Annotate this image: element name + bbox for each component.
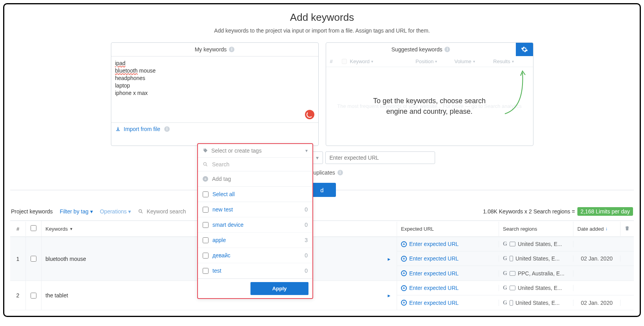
info-icon[interactable]: i	[337, 170, 343, 175]
tag-checkbox[interactable]	[203, 237, 209, 243]
col-checkbox[interactable]	[26, 221, 42, 237]
device-icon	[510, 242, 515, 246]
add-tag-label: Add tag	[212, 176, 231, 182]
google-icon: G	[503, 241, 507, 247]
sort-down-icon: ↓	[605, 226, 608, 231]
expand-arrow-icon[interactable]: ▸	[388, 256, 390, 262]
search-region-cell: GUnited States, E...	[499, 255, 573, 262]
keywords-textarea[interactable]: ipadbluetooth mouseheadphoneslaptopiphon…	[111, 56, 318, 122]
date-cell: 02 Jan. 2020	[573, 255, 620, 262]
grammarly-icon[interactable]	[305, 110, 314, 119]
tag-label: девайс	[212, 252, 230, 259]
tags-dropdown-header[interactable]: Select or create tags ▾	[198, 144, 312, 158]
tags-search-row[interactable]: Search	[198, 158, 312, 171]
row-num: 1	[10, 237, 26, 280]
col-delete[interactable]	[620, 221, 634, 237]
plus-icon: +	[401, 270, 407, 276]
select-all-checkbox[interactable]	[203, 191, 209, 197]
col-position[interactable]: Position▾	[415, 58, 451, 64]
enter-expected-url-button[interactable]: +Enter expected URL	[397, 270, 499, 277]
enter-expected-url-button[interactable]: +Enter expected URL	[397, 241, 499, 247]
info-icon[interactable]: i	[444, 47, 450, 52]
select-all-row[interactable]: Select all	[198, 187, 312, 202]
tag-count: 0	[305, 206, 308, 213]
limits-badge: 2,168 Limits per day	[577, 207, 633, 216]
plus-icon: +	[401, 241, 407, 247]
row-checkbox[interactable]	[31, 293, 36, 299]
search-region-cell: GUnited States, E...	[499, 300, 573, 306]
google-icon: G	[503, 270, 507, 277]
tag-label: test	[212, 268, 221, 274]
tag-checkbox[interactable]	[203, 268, 209, 274]
operations-button[interactable]: Operations ▾	[100, 208, 131, 215]
tag-option[interactable]: девайс0	[198, 248, 312, 263]
enter-expected-url-button[interactable]: +Enter expected URL	[397, 285, 499, 291]
row-checkbox-cell[interactable]	[26, 237, 42, 280]
enter-url-label: Enter expected URL	[409, 255, 459, 262]
tag-option[interactable]: test0	[198, 263, 312, 279]
filter-by-tag-button[interactable]: Filter by tag ▾	[60, 208, 93, 215]
info-icon[interactable]: i	[164, 126, 170, 132]
my-keywords-header: My keywords i	[111, 43, 318, 56]
google-icon: G	[503, 255, 507, 262]
search-icon	[138, 209, 143, 214]
keyword-text: the tablet	[45, 292, 68, 299]
search-region-cell: GUnited States, E...	[499, 241, 573, 247]
enter-expected-url-button[interactable]: +Enter expected URL	[397, 255, 499, 262]
suggested-select-all[interactable]	[342, 59, 347, 64]
chevron-down-icon: ▾	[128, 208, 131, 215]
enter-expected-url-button[interactable]: +Enter expected URL	[397, 300, 499, 306]
tag-checkbox[interactable]	[203, 222, 209, 228]
sort-icon: ▾	[473, 59, 475, 64]
tags-dropdown: Select or create tags ▾ Search + Add tag…	[197, 143, 313, 299]
suggested-title: Suggested keywords	[392, 46, 443, 53]
settings-button[interactable]	[516, 43, 533, 56]
col-results[interactable]: Results▾	[493, 58, 529, 64]
select-all-rows-checkbox[interactable]	[31, 225, 36, 231]
suggested-keywords-panel: Suggested keywords i # Keyword▾ Position…	[326, 42, 533, 146]
enter-url-label: Enter expected URL	[409, 241, 459, 247]
col-date-added[interactable]: Date added↓	[573, 222, 620, 236]
chevron-down-icon: ▾	[90, 208, 93, 215]
tag-count: 3	[305, 237, 308, 243]
expected-url-input[interactable]	[325, 151, 435, 164]
device-icon	[510, 300, 513, 306]
row-checkbox[interactable]	[31, 256, 36, 262]
row-num: 2	[10, 281, 26, 310]
expand-arrow-icon[interactable]: ▸	[388, 292, 390, 299]
col-expected-url[interactable]: Expected URL	[397, 222, 499, 236]
region-text: United States, E...	[518, 285, 562, 291]
my-keywords-title: My keywords	[195, 46, 227, 53]
apply-button[interactable]: Apply	[250, 282, 308, 295]
chevron-down-icon: ▾	[305, 148, 308, 153]
keyword-search-input[interactable]: Keyword search	[138, 208, 186, 215]
grid-header: # Keywords▾ Expected URL Search regions …	[10, 221, 634, 237]
tag-label: new test	[212, 206, 233, 213]
enter-url-label: Enter expected URL	[409, 300, 459, 306]
enter-url-label: Enter expected URL	[409, 285, 459, 291]
tag-option[interactable]: apple3	[198, 233, 312, 248]
row-checkbox-cell[interactable]	[26, 281, 42, 310]
import-from-file-button[interactable]: Import from file i	[111, 122, 318, 135]
tag-label: apple	[212, 237, 226, 243]
tags-search-placeholder: Search	[212, 161, 229, 168]
col-search-regions[interactable]: Search regions	[499, 222, 573, 236]
import-label: Import from file	[124, 126, 160, 132]
tag-count: 0	[305, 252, 308, 259]
tag-option[interactable]: new test0	[198, 202, 312, 217]
tag-option[interactable]: smart device0	[198, 217, 312, 233]
my-keywords-panel: My keywords i ipadbluetooth mouseheadpho…	[111, 42, 319, 146]
table-row: 2 the tablet▸ +Enter expected URL GUnite…	[10, 281, 634, 310]
tag-checkbox[interactable]	[203, 207, 209, 213]
svg-point-0	[203, 162, 206, 165]
col-volume[interactable]: Volume▾	[454, 58, 490, 64]
col-keyword[interactable]: Keyword▾	[350, 58, 413, 64]
tag-count: 0	[305, 268, 308, 274]
suggested-header: Suggested keywords i	[326, 43, 516, 56]
page-subtitle: Add keywords to the project via input or…	[10, 27, 634, 34]
info-icon[interactable]: i	[229, 47, 234, 52]
add-tag-button[interactable]: + Add tag	[198, 171, 312, 187]
col-num: #	[330, 58, 339, 64]
svg-point-2	[139, 209, 142, 212]
tag-checkbox[interactable]	[203, 253, 209, 259]
